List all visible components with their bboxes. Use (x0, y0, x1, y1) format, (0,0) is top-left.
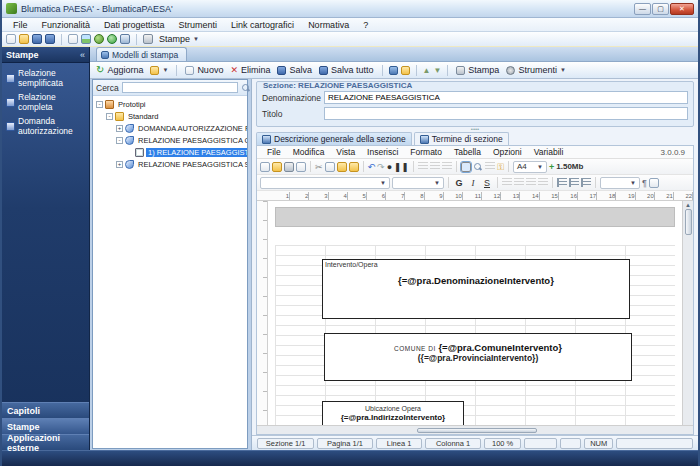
strumenti-dropdown[interactable]: Strumenti ▼ (504, 65, 567, 75)
sidebar-item-relazione-completa[interactable]: Relazione completa (2, 90, 89, 114)
new-document-icon[interactable] (6, 34, 16, 44)
tree-expander-icon[interactable]: - (96, 101, 103, 108)
globe-icon[interactable] (107, 34, 117, 44)
menu-item--[interactable]: ? (356, 20, 375, 30)
tree-expander-icon[interactable]: + (116, 125, 123, 132)
editor-menu-formato[interactable]: Formato (404, 147, 448, 157)
menu-item-file[interactable]: File (6, 20, 35, 30)
vertical-scrollbar[interactable]: ▲ (682, 201, 693, 425)
tree-row[interactable]: -Standard (93, 110, 247, 122)
tree-row[interactable]: +RELAZIONE PAESAGGISTICA SEMPLIFICATA (93, 158, 247, 170)
open-icon[interactable] (272, 162, 282, 172)
tree-expander-icon[interactable]: - (106, 113, 113, 120)
leaf-icon[interactable] (94, 34, 104, 44)
align-justify-icon[interactable] (538, 178, 548, 187)
font-family-dropdown[interactable]: ▼ (260, 177, 390, 189)
move-down-icon[interactable]: ▼ (433, 66, 441, 75)
table-insert-icon[interactable] (418, 162, 428, 171)
menu-item-dati-progettista[interactable]: Dati progettista (97, 20, 172, 30)
editor-menu-variabili[interactable]: Variabili (528, 147, 570, 157)
aggiorna-button[interactable]: ↻ Aggiorna (94, 65, 145, 75)
tree-row[interactable]: -RELAZIONE PAESAGGISTICA COMPLETA (93, 134, 247, 146)
stampa-button[interactable]: Stampa (454, 65, 501, 75)
paste-icon[interactable] (337, 162, 347, 172)
cut-icon[interactable]: ✂ (315, 162, 323, 172)
save-icon[interactable] (32, 34, 42, 44)
pilcrow-icon[interactable]: ¶ (642, 178, 647, 188)
tree-row[interactable]: +1) RELAZIONE PAESAGGISTICA (93, 146, 247, 158)
tree-row[interactable]: +DOMANDA AUTORIZZAZIONE PAESAGGISTICA (93, 122, 247, 134)
field-shading-icon[interactable] (649, 178, 659, 188)
variable-field[interactable]: {=@pra.IndirizzoIntervento} (323, 413, 463, 422)
open-folder-icon[interactable] (19, 34, 29, 44)
monitor-icon[interactable] (120, 34, 130, 44)
move-up-icon[interactable]: ▲ (423, 66, 431, 75)
zoom-icon[interactable] (473, 162, 483, 172)
paper-size-dropdown[interactable]: A4 ▼ (513, 161, 547, 173)
bullet-list-icon[interactable] (557, 178, 567, 187)
comune-box[interactable]: COMUNE DI {=@pra.ComuneIntervento} ({=@p… (324, 333, 632, 381)
paste-special-icon[interactable] (349, 162, 359, 172)
align-right-icon[interactable] (526, 178, 536, 187)
editor-menu-file[interactable]: File (261, 147, 287, 157)
tab-termine-di-sezione[interactable]: Termine di sezione (414, 132, 509, 145)
save-as-icon[interactable] (45, 34, 55, 44)
horizontal-scrollbar[interactable] (257, 425, 693, 434)
search-icon[interactable] (241, 83, 244, 93)
copy-model-icon[interactable] (389, 66, 398, 75)
record-icon[interactable]: ● (387, 162, 392, 172)
ubicazione-box[interactable]: Ubicazione Opera {=@pra.IndirizzoInterve… (322, 401, 464, 425)
salva-tutto-button[interactable]: Salva tutto (317, 65, 376, 75)
menu-item-link-cartografici[interactable]: Link cartografici (224, 20, 301, 30)
collapse-icon[interactable]: « (80, 50, 85, 60)
underline-button[interactable]: S (481, 178, 493, 188)
tree-row[interactable]: -Prototipi (93, 98, 247, 110)
editor-menu-inserisci[interactable]: Inserisci (361, 147, 404, 157)
vertical-scroll-thumb[interactable] (685, 209, 692, 235)
export-dropdown[interactable]: ▼ (148, 66, 170, 75)
align-left-icon[interactable] (502, 178, 512, 187)
minimize-button[interactable]: — (634, 3, 651, 15)
intervento-opera-box[interactable]: Intervento/Opera {=@pra.DenominazioneInt… (322, 259, 630, 319)
editor-menu-tabella[interactable]: Tabella (448, 147, 487, 157)
tab-modelli-di-stampa[interactable]: Modelli di stampa (96, 47, 187, 61)
italic-button[interactable]: I (467, 178, 479, 188)
import-model-icon[interactable] (401, 66, 410, 75)
bold-button[interactable]: G (453, 178, 465, 188)
document-page[interactable]: Intervento/Opera {=@pra.DenominazioneInt… (268, 201, 682, 425)
variable-field[interactable]: {=@pra.DenominazioneIntervento} (323, 275, 629, 286)
accordion-applicazioni-esterne[interactable]: Applicazioni esterne (2, 434, 89, 450)
stampe-dropdown[interactable]: Stampe ▼ (156, 34, 202, 44)
editor-menu-vista[interactable]: Vista (330, 147, 361, 157)
grid-icon[interactable] (485, 162, 495, 171)
scroll-up-icon[interactable]: ▲ (685, 202, 691, 208)
style-dropdown[interactable]: ▼ (600, 177, 640, 189)
table-row-icon[interactable] (430, 162, 440, 171)
new-icon[interactable] (260, 162, 270, 172)
table-col-icon[interactable] (442, 162, 452, 171)
print-preview-icon[interactable] (296, 162, 306, 172)
salva-button[interactable]: Salva (275, 65, 314, 75)
image-icon[interactable] (81, 34, 91, 44)
denominazione-field[interactable] (324, 91, 688, 104)
variable-field[interactable]: ({=@pra.ProvinciaIntervento}) (325, 353, 631, 363)
menu-item-normativa[interactable]: Normativa (301, 20, 356, 30)
editor-menu-modifica[interactable]: Modifica (287, 147, 331, 157)
sidebar-item-domanda-autorizzazione[interactable]: Domanda autorizzazione (2, 114, 89, 138)
accordion-capitoli[interactable]: Capitoli (2, 402, 89, 418)
pause-icon[interactable]: ❚❚ (394, 162, 409, 172)
editor-menu-opzioni[interactable]: Opzioni (487, 147, 528, 157)
sidebar-item-relazione-semplificata[interactable]: Relazione semplificata (2, 66, 89, 90)
key-icon[interactable]: ⚿ (497, 162, 504, 172)
undo-icon[interactable]: ↶ (368, 162, 376, 172)
tree-expander-icon[interactable]: + (116, 161, 123, 168)
menu-item-strumenti[interactable]: Strumenti (172, 20, 225, 30)
font-size-dropdown[interactable]: ▼ (392, 177, 444, 189)
print-icon[interactable] (284, 162, 294, 172)
tree-expander-icon[interactable]: - (116, 137, 123, 144)
zoom-plus-icon[interactable]: + (549, 162, 554, 172)
nuovo-button[interactable]: Nuovo (183, 65, 225, 75)
maximize-button[interactable]: ▢ (652, 3, 669, 15)
titolo-field[interactable] (324, 107, 688, 120)
align-center-icon[interactable] (514, 178, 524, 187)
